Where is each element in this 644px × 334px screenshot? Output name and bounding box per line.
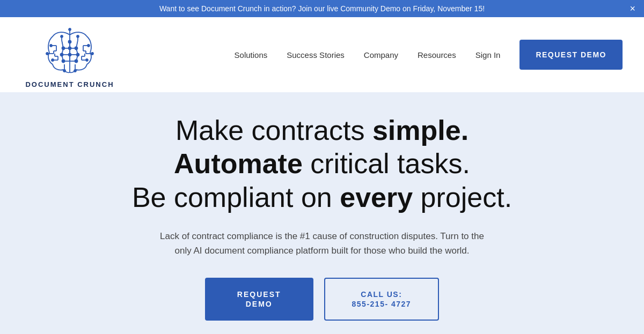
- headline-line2-normal: critical tasks.: [303, 148, 470, 179]
- announcement-close-button[interactable]: ×: [630, 4, 635, 13]
- headline-line3-bold: every: [340, 182, 413, 213]
- svg-point-6: [52, 59, 54, 61]
- svg-point-14: [61, 35, 63, 38]
- svg-point-16: [63, 70, 65, 72]
- headline-line1-normal: Make contracts: [175, 115, 372, 146]
- headline-line3-normal: Be compliant on: [132, 182, 340, 213]
- svg-point-34: [69, 28, 71, 31]
- hero-request-demo-button[interactable]: REQUEST DEMO: [205, 278, 313, 321]
- svg-point-32: [74, 70, 76, 72]
- nav-link-sign-in[interactable]: Sign In: [475, 50, 501, 60]
- hero-subtext: Lack of contract compliance is the #1 ca…: [156, 229, 488, 258]
- headline-line3-end: project.: [413, 182, 512, 213]
- logo-text: DOCUMENT CRUNCH: [25, 80, 114, 88]
- svg-point-22: [86, 59, 88, 61]
- nav-request-demo-button[interactable]: REQUEST DEMO: [519, 40, 623, 70]
- hero-call-us-button[interactable]: CALL US: 855-215- 4727: [324, 278, 440, 321]
- navbar: DOCUMENT CRUNCH Solutions Success Storie…: [0, 17, 644, 92]
- svg-point-20: [91, 53, 93, 55]
- hero-buttons: REQUEST DEMO CALL US: 855-215- 4727: [205, 278, 439, 321]
- svg-point-18: [87, 44, 90, 47]
- nav-link-solutions[interactable]: Solutions: [235, 50, 268, 60]
- nav-link-company[interactable]: Company: [364, 50, 398, 60]
- logo-icon: [38, 21, 102, 86]
- nav-links: Solutions Success Stories Company Resour…: [235, 40, 623, 70]
- svg-point-2: [50, 44, 52, 47]
- svg-point-55: [69, 40, 71, 43]
- svg-point-30: [77, 35, 79, 38]
- headline-line2-bold: Automate: [174, 148, 303, 179]
- svg-point-4: [46, 53, 48, 55]
- headline-line1-bold: simple.: [372, 115, 469, 146]
- nav-link-success-stories[interactable]: Success Stories: [287, 50, 345, 60]
- announcement-banner: Want to see Document Crunch in action? J…: [0, 0, 644, 17]
- nav-link-resources[interactable]: Resources: [418, 50, 456, 60]
- hero-section: Make contracts simple. Automate critical…: [0, 92, 644, 334]
- logo: DOCUMENT CRUNCH: [21, 21, 118, 88]
- announcement-text: Want to see Document Crunch in action? J…: [159, 4, 485, 13]
- hero-headline: Make contracts simple. Automate critical…: [132, 114, 512, 214]
